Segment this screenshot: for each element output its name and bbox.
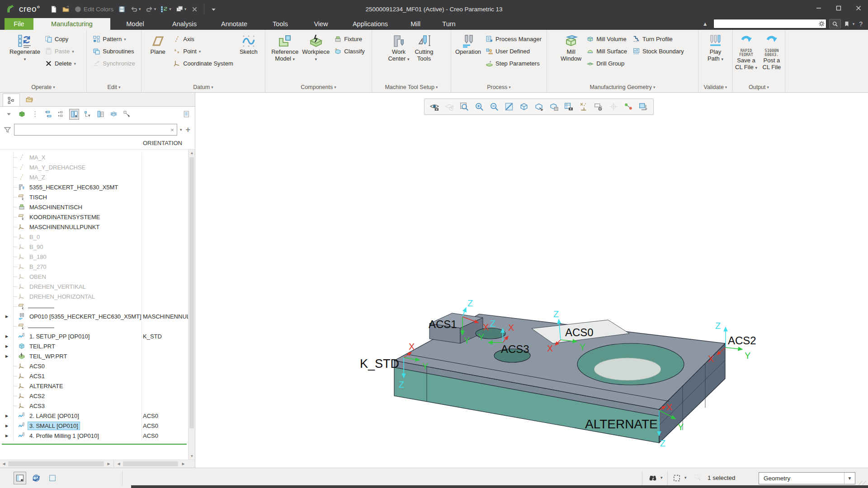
group-label-machine-tool-setup[interactable]: Machine Tool Setup ▾ bbox=[372, 82, 451, 92]
panel-arrow-button[interactable] bbox=[4, 109, 14, 120]
tree-item-alternate[interactable]: ALTERNATE bbox=[0, 381, 188, 391]
tab-tools[interactable]: Tools bbox=[259, 18, 301, 30]
mill-surface-button[interactable]: Mill Surface bbox=[584, 45, 629, 57]
gear-icon[interactable] bbox=[818, 20, 825, 27]
panel-tab-model-tree[interactable] bbox=[3, 94, 20, 106]
tree-item-b-180[interactable]: B_180 bbox=[0, 252, 188, 262]
mill-volume-button[interactable]: Mill Volume bbox=[584, 33, 629, 45]
new-file-button[interactable] bbox=[48, 5, 59, 14]
web-browser-button[interactable] bbox=[30, 472, 42, 484]
command-search-input[interactable] bbox=[714, 20, 818, 28]
undo-button[interactable]: ▾ bbox=[129, 5, 142, 14]
tree-vertical-scrollbar[interactable]: ▲ ▼ bbox=[188, 150, 195, 460]
tree-item-b-90[interactable]: B_90 bbox=[0, 242, 188, 252]
tab-applications[interactable]: Applications bbox=[341, 18, 400, 30]
new-window-button[interactable] bbox=[46, 472, 59, 484]
group-label-edit[interactable]: Edit ▾ bbox=[87, 82, 141, 92]
tree-horizontal-scrollbar[interactable]: ◀ ▶ ◀ ▶ bbox=[0, 460, 195, 468]
classify-button[interactable]: Classify bbox=[332, 45, 367, 57]
close-button[interactable] bbox=[852, 3, 865, 14]
tree-item-maschinennullpunkt[interactable]: MASCHINENNULLPUNKT bbox=[0, 222, 188, 232]
add-filter-button[interactable]: + bbox=[184, 125, 191, 135]
close-window-button[interactable] bbox=[189, 5, 200, 14]
group-label-datum[interactable]: Datum ▾ bbox=[142, 82, 265, 92]
drill-group-button[interactable]: Drill Group bbox=[584, 57, 629, 70]
clear-filter-icon[interactable]: × bbox=[168, 127, 177, 133]
expand-icon[interactable]: ▶ bbox=[5, 414, 8, 418]
sketch-button[interactable]: Sketch bbox=[236, 31, 261, 55]
tab-analysis[interactable]: Analysis bbox=[160, 18, 209, 30]
tree-collapse-button[interactable] bbox=[43, 109, 53, 120]
step-parameters-button[interactable]: Step Parameters bbox=[483, 57, 544, 70]
orientation-column-label[interactable]: ORIENTATION bbox=[143, 140, 182, 146]
tree-item-ma-x[interactable]: MA_X bbox=[0, 152, 188, 162]
mill-window-button[interactable]: MillWindow bbox=[559, 31, 583, 62]
post-a-cl-file-button[interactable]: S1000N 600X3.Post aCL File bbox=[760, 31, 784, 70]
scroll-down-icon[interactable]: ▼ bbox=[189, 453, 195, 460]
save-a-cl-file-button[interactable]: RAPID FEDRATSave aCL File ▾ bbox=[734, 31, 759, 71]
tree-item-4-profile-milling-1-op010[interactable]: ▶4. Profile Milling 1 [OP010]ACS0 bbox=[0, 431, 188, 441]
model-viewport[interactable]: YZXK_STDYZXACS1YZXACS3YZXACS0YZXACS2YZXA… bbox=[196, 93, 868, 468]
tree-filter-button[interactable] bbox=[82, 109, 92, 120]
expand-icon[interactable]: ▶ bbox=[5, 424, 8, 428]
maximize-button[interactable] bbox=[832, 3, 845, 14]
coordinate-system-button[interactable]: Coordinate System bbox=[171, 57, 236, 70]
pattern-button[interactable]: Pattern▾ bbox=[90, 33, 137, 45]
selection-box-button[interactable] bbox=[670, 472, 683, 484]
selection-dropdown-icon[interactable]: ▾ bbox=[684, 475, 687, 480]
play-path-button[interactable]: PlayPath ▾ bbox=[703, 31, 728, 63]
group-label-validate[interactable]: Validate ▾ bbox=[698, 82, 732, 92]
scroll-left2-icon[interactable]: ◀ bbox=[115, 460, 122, 467]
process-manager-button[interactable]: Process Manager bbox=[483, 33, 544, 45]
tree-item-5355-heckert-hec630-x5mt[interactable]: 5355_HECKERT_HEC630_X5MT bbox=[0, 182, 188, 192]
group-label-operate[interactable]: Operate ▾ bbox=[0, 82, 86, 92]
plane-button[interactable]: Plane bbox=[146, 31, 170, 55]
tree-item-1-setup-pp-op010[interactable]: ▶1. SETUP_PP [OP010]K_STD bbox=[0, 331, 188, 341]
tree-item-maschinentisch[interactable]: MASCHINENTISCH bbox=[0, 202, 188, 212]
workpiece-button[interactable]: Workpiece▾ bbox=[301, 31, 331, 63]
select-node-button[interactable] bbox=[122, 109, 132, 120]
expand-icon[interactable]: ▶ bbox=[5, 354, 8, 358]
panel-toggle-button[interactable] bbox=[14, 472, 26, 484]
tree-item-ma-y-drehachse[interactable]: MA_Y_DREHACHSE bbox=[0, 162, 188, 172]
selection-filter-select[interactable]: Geometry ▼ bbox=[759, 472, 855, 484]
tree-item-acs3[interactable]: ACS3 bbox=[0, 401, 188, 411]
tab-view[interactable]: View bbox=[301, 18, 341, 30]
cutting-tools-button[interactable]: CuttingTools bbox=[412, 31, 436, 62]
scroll-left-icon[interactable]: ◀ bbox=[0, 460, 7, 467]
tree-item-op010-5355-heckert-hec630-x5mt[interactable]: ▶OP010 [5355_HECKERT_HEC630_X5MT]MASCHIN… bbox=[0, 311, 188, 321]
expand-icon[interactable]: ▶ bbox=[5, 344, 8, 348]
selection-filter-dropdown-icon[interactable]: ▼ bbox=[844, 473, 855, 484]
tab-mill[interactable]: Mill bbox=[400, 18, 431, 30]
tree-filter-input[interactable] bbox=[14, 126, 168, 134]
scroll-up-icon[interactable]: ▲ bbox=[189, 150, 195, 156]
redo-button[interactable]: ▾ bbox=[144, 5, 158, 14]
dots-button[interactable] bbox=[30, 109, 40, 120]
subroutines-button[interactable]: Subroutines bbox=[90, 45, 137, 57]
tab-annotate[interactable]: Annotate bbox=[209, 18, 259, 30]
layers-button[interactable] bbox=[108, 109, 118, 120]
customize-arrow-button[interactable] bbox=[208, 5, 219, 14]
search-button[interactable] bbox=[829, 19, 841, 28]
paste-button[interactable]: Paste▾ bbox=[42, 45, 78, 57]
tree-item-tisch[interactable]: TISCH bbox=[0, 192, 188, 202]
tree-item-acs0[interactable]: ACS0 bbox=[0, 361, 188, 371]
stock-boundary-button[interactable]: Stock Boundary bbox=[630, 45, 686, 57]
tab-turn[interactable]: Turn bbox=[431, 18, 467, 30]
help-button[interactable]: ? bbox=[857, 20, 864, 28]
tree-item-drehen-horizontal[interactable]: DREHEN_HORIZONTAL bbox=[0, 291, 188, 301]
windows-button[interactable]: ▾ bbox=[175, 5, 188, 14]
bookmark-icon[interactable] bbox=[844, 20, 850, 28]
filter-dropdown-icon[interactable]: ▾ bbox=[180, 127, 182, 132]
green-cube-button[interactable] bbox=[17, 109, 27, 120]
group-label-components[interactable]: Components ▾ bbox=[265, 82, 372, 92]
funnel-icon[interactable] bbox=[4, 126, 11, 134]
save-button[interactable] bbox=[117, 5, 127, 14]
synchronize-button[interactable]: Synchronize bbox=[90, 57, 137, 70]
delete-button[interactable]: Delete▾ bbox=[42, 57, 78, 70]
fixture-button[interactable]: Fixture bbox=[332, 33, 367, 45]
panel-tab-folder-browser[interactable] bbox=[21, 94, 38, 106]
tab-model[interactable]: Model bbox=[110, 18, 160, 30]
find-dropdown-icon[interactable]: ▾ bbox=[660, 475, 663, 480]
tree-item-teil-prt[interactable]: ▶TEIL.PRT bbox=[0, 341, 188, 351]
